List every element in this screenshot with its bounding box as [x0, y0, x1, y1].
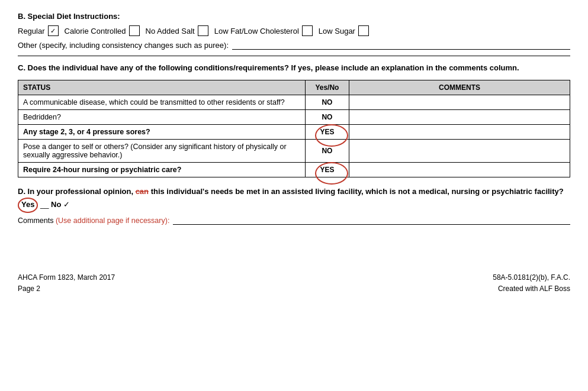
diet-low-sugar: Low Sugar — [319, 25, 369, 36]
no-salt-checkbox[interactable] — [198, 25, 208, 36]
footer: AHCA Form 1823, March 2017 Page 2 58A-5.… — [18, 272, 570, 295]
section-d-comments-row: Comments (Use additional page if necessa… — [18, 216, 570, 225]
row-comments-1 — [349, 109, 570, 124]
circled-yesno: YES — [320, 128, 334, 136]
diet-regular: Regular ✓ — [18, 25, 59, 36]
low-sugar-label: Low Sugar — [319, 27, 355, 35]
table-row: A communicable disease, which could be t… — [18, 95, 570, 109]
other-row: Other (specify, including consistency ch… — [18, 41, 570, 50]
divider-b-c — [18, 56, 570, 56]
row-status-0: A communicable disease, which could be t… — [18, 95, 306, 109]
circled-yesno: YES — [320, 166, 334, 174]
comments-hint: (Use additional page if necessary): — [56, 216, 169, 225]
section-b-header: B. Special Diet Instructions: — [18, 12, 570, 21]
row-yesno-2: YES — [305, 124, 349, 139]
low-fat-label: Low Fat/Low Cholesterol — [214, 27, 299, 35]
row-yesno-1: NO — [305, 109, 349, 124]
row-comments-0 — [349, 95, 570, 109]
conditions-table: STATUS Yes/No COMMENTS A communicable di… — [18, 80, 570, 177]
calorie-checkbox[interactable] — [129, 25, 140, 36]
section-b: B. Special Diet Instructions: Regular ✓ … — [18, 12, 570, 50]
row-comments-2 — [349, 124, 570, 139]
col-header-comments: COMMENTS — [349, 80, 570, 95]
col-header-yesno: Yes/No — [305, 80, 349, 95]
no-salt-label: No Added Salt — [146, 27, 195, 35]
row-comments-4 — [349, 162, 570, 177]
diet-row: Regular ✓ Calorie Controlled No Added Sa… — [18, 25, 570, 36]
section-d-text: D. In your professional opinion, can thi… — [18, 186, 570, 214]
d-yes-label: Yes — [18, 198, 38, 213]
low-sugar-checkbox[interactable] — [358, 25, 369, 36]
regular-checkbox[interactable]: ✓ — [48, 25, 59, 36]
table-row: Any stage 2, 3, or 4 pressure sores?YES — [18, 124, 570, 139]
row-status-4: Require 24-hour nursing or psychiatric c… — [18, 162, 306, 177]
comments-label: Comments (Use additional page if necessa… — [18, 216, 169, 225]
regular-label: Regular — [18, 27, 45, 35]
footer-created: Created with ALF Boss — [493, 283, 570, 295]
section-d-yes-no: Yes __ No ✓ — [18, 200, 70, 209]
other-label: Other (specify, including consistency ch… — [18, 41, 229, 50]
footer-right: 58A-5.0181(2)(b), F.A.C. Created with AL… — [493, 272, 570, 295]
table-row: Pose a danger to self or others? (Consid… — [18, 139, 570, 162]
diet-no-salt: No Added Salt — [146, 25, 208, 36]
d-checkmark: ✓ — [63, 200, 70, 209]
col-header-status: STATUS — [18, 80, 306, 95]
section-c: C. Does the individual have any of the f… — [18, 62, 570, 177]
row-yesno-4: YES — [305, 162, 349, 177]
section-c-header: C. Does the individual have any of the f… — [18, 62, 570, 74]
section-d-header: D. In your professional opinion, can thi… — [18, 187, 564, 196]
table-header-row: STATUS Yes/No COMMENTS — [18, 80, 570, 95]
section-d: D. In your professional opinion, can thi… — [18, 186, 570, 225]
row-yesno-3: NO — [305, 139, 349, 162]
footer-page: Page 2 — [18, 283, 115, 295]
d-no-label: No — [51, 200, 61, 209]
other-input-line[interactable] — [232, 49, 570, 50]
footer-form-id: AHCA Form 1823, March 2017 — [18, 272, 115, 283]
row-status-3: Pose a danger to self or others? (Consid… — [18, 139, 306, 162]
row-status-2: Any stage 2, 3, or 4 pressure sores? — [18, 124, 306, 139]
table-row: Bedridden?NO — [18, 109, 570, 124]
row-yesno-0: NO — [305, 95, 349, 109]
row-comments-3 — [349, 139, 570, 162]
diet-calorie: Calorie Controlled — [65, 25, 140, 36]
calorie-label: Calorie Controlled — [65, 27, 126, 35]
comments-input-line[interactable] — [173, 224, 570, 225]
footer-code: 58A-5.0181(2)(b), F.A.C. — [493, 272, 570, 283]
diet-low-fat: Low Fat/Low Cholesterol — [214, 25, 313, 36]
table-row: Require 24-hour nursing or psychiatric c… — [18, 162, 570, 177]
footer-left: AHCA Form 1823, March 2017 Page 2 — [18, 272, 115, 295]
low-fat-checkbox[interactable] — [302, 25, 313, 36]
row-status-1: Bedridden? — [18, 109, 306, 124]
